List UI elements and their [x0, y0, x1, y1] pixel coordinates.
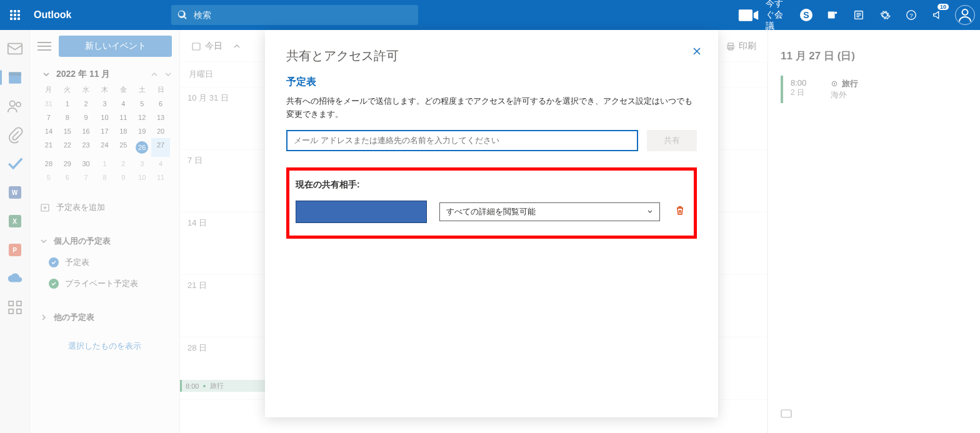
app-header: Outlook 今すぐ会議 S ? 10: [0, 0, 980, 30]
search-icon: [178, 10, 188, 20]
skype-button[interactable]: S: [794, 0, 819, 30]
remove-share-button[interactable]: [672, 203, 688, 221]
teams-button[interactable]: [820, 0, 845, 30]
brand-label: Outlook: [34, 9, 71, 21]
meet-now-button[interactable]: 今すぐ会議: [731, 0, 792, 32]
notes-icon: [853, 9, 864, 21]
email-input[interactable]: [286, 130, 638, 151]
svg-text:?: ?: [909, 12, 913, 19]
skype-icon: S: [800, 9, 812, 21]
svg-point-1: [835, 12, 838, 14]
megaphone-button[interactable]: 10: [925, 0, 950, 30]
permission-select[interactable]: すべての詳細を閲覧可能: [439, 202, 660, 221]
chevron-down-icon: [647, 209, 653, 215]
svg-rect-0: [828, 12, 835, 19]
teams-icon: [827, 9, 838, 21]
search-input[interactable]: [194, 10, 412, 20]
search-box[interactable]: [171, 5, 418, 25]
account-avatar[interactable]: [955, 5, 975, 25]
dialog-description: 共有への招待をメールで送信します。どの程度までアクセスを許可するかを選択でき、ア…: [286, 95, 697, 121]
close-button[interactable]: [692, 46, 702, 59]
help-icon: ?: [906, 9, 917, 21]
share-permissions-dialog: 共有とアクセス許可 予定表 共有への招待をメールで送信します。どの程度までアクセ…: [265, 30, 718, 417]
share-submit-button[interactable]: 共有: [647, 130, 697, 151]
dialog-subtitle: 予定表: [286, 76, 697, 89]
notes-button[interactable]: [846, 0, 871, 30]
svg-point-5: [962, 9, 968, 15]
app-launcher-button[interactable]: [0, 0, 30, 30]
gear-icon: [879, 9, 891, 21]
video-icon: [738, 4, 761, 27]
current-share-label: 現在の共有相手:: [296, 179, 688, 191]
megaphone-icon: [932, 9, 943, 21]
meet-now-label: 今すぐ会議: [766, 0, 786, 32]
trash-icon: [675, 206, 685, 216]
person-icon: [956, 6, 974, 24]
settings-button[interactable]: [872, 0, 898, 30]
dialog-title: 共有とアクセス許可: [286, 47, 697, 64]
highlighted-region: 現在の共有相手: すべての詳細を閲覧可能: [286, 167, 697, 239]
help-button[interactable]: ?: [899, 0, 924, 30]
shared-user-chip[interactable]: [296, 201, 427, 223]
close-icon: [692, 46, 702, 56]
notification-count: 10: [938, 4, 949, 10]
